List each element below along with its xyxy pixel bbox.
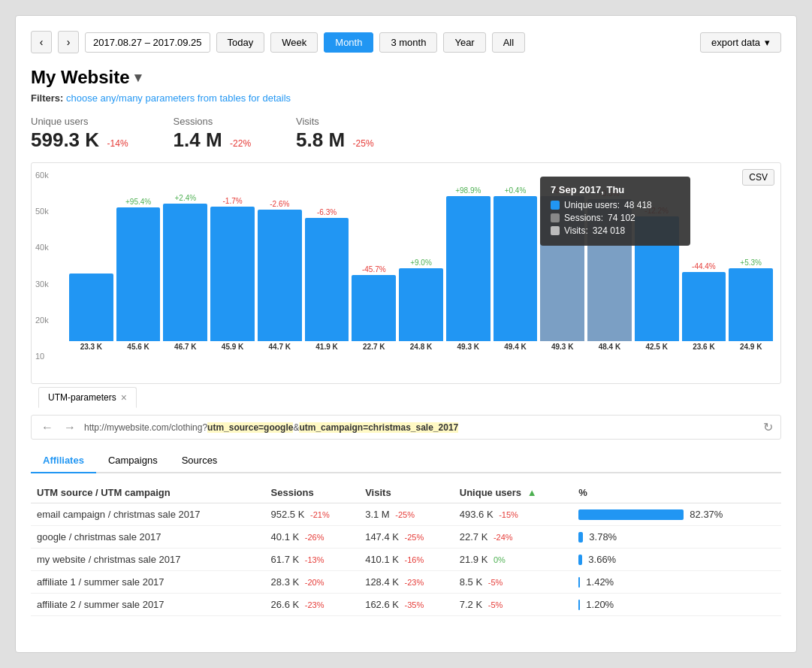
page-title-container: My Website ▾ <box>31 67 781 88</box>
cell-name-1: google / christmas sale 2017 <box>31 526 265 549</box>
stat-unique-label: Unique users <box>31 116 128 127</box>
bar-0[interactable] <box>69 274 113 341</box>
bar-change-14: +5.3% <box>740 258 762 267</box>
bar-change-6: -45.7% <box>362 265 386 274</box>
bar-label-0: 23.3 K <box>80 343 102 351</box>
cell-sessions-0: 952.5 K -21% <box>265 503 360 526</box>
url-bar: ← → http://mywebsite.com/clothing?utm_so… <box>31 415 781 440</box>
chart-area: CSV 60k 50k 40k 30k 20k 10 23.3 K+95.4%4… <box>31 162 781 384</box>
period-3month[interactable]: 3 month <box>379 32 437 53</box>
y-axis: 60k 50k 40k 30k 20k 10 <box>35 171 49 361</box>
utm-tab-label: UTM-parameters <box>48 392 116 403</box>
title-dropdown-arrow[interactable]: ▾ <box>134 69 141 86</box>
bar-7[interactable] <box>399 268 443 341</box>
bar-label-4: 44.7 K <box>269 343 291 351</box>
csv-button[interactable]: CSV <box>742 169 774 186</box>
utm-campaign-highlight: utm_campaign=christmas_sale_2017 <box>299 422 458 433</box>
cell-unique-4: 7.2 K -5% <box>454 594 573 616</box>
stats-row: Unique users 599.3 K -14% Sessions 1.4 M… <box>31 116 781 152</box>
tab-campaigns[interactable]: Campaigns <box>96 449 170 473</box>
cell-sessions-3: 28.3 K -20% <box>265 571 360 594</box>
bar-8[interactable] <box>446 196 491 341</box>
utm-close-button[interactable]: × <box>121 391 127 404</box>
url-back-button[interactable]: ← <box>39 421 56 434</box>
cell-sessions-2: 61.7 K -13% <box>265 549 360 571</box>
tooltip-visits-dot <box>551 226 560 235</box>
cell-pct-1: 3.78% <box>572 526 781 549</box>
period-all[interactable]: All <box>492 32 525 53</box>
bar-9[interactable] <box>494 196 538 341</box>
bar-label-9: 49.4 K <box>504 343 526 351</box>
bar-group-2[interactable]: +2.4%46.7 K <box>163 194 207 351</box>
date-range: 2017.08.27 – 2017.09.25 <box>85 32 210 53</box>
stat-sessions-change: -22% <box>230 138 251 149</box>
bar-label-3: 45.9 K <box>222 343 243 351</box>
bar-2[interactable] <box>163 204 207 341</box>
bar-group-3[interactable]: -1.7%45.9 K <box>210 197 255 351</box>
table-row[interactable]: my website / christmas sale 2017 61.7 K … <box>31 549 781 571</box>
bar-change-4: -2.6% <box>270 200 289 208</box>
bar-group-7[interactable]: +9.0%24.8 K <box>399 258 443 351</box>
bar-4[interactable] <box>258 210 302 341</box>
bar-label-13: 23.6 K <box>693 343 714 351</box>
bar-14[interactable] <box>729 268 773 341</box>
table-row[interactable]: google / christmas sale 2017 40.1 K -26%… <box>31 526 781 549</box>
bar-change-2: +2.4% <box>175 194 197 202</box>
bar-group-14[interactable]: +5.3%24.9 K <box>729 258 773 351</box>
next-button[interactable]: › <box>58 31 79 53</box>
bar-label-11: 48.4 K <box>599 343 620 351</box>
chart-tooltip: 7 Sep 2017, Thu Unique users: 48 418 Ses… <box>540 177 690 246</box>
bar-label-1: 45.6 K <box>127 343 149 351</box>
url-forward-button[interactable]: → <box>62 421 78 434</box>
bar-group-9[interactable]: +0.4%49.4 K <box>494 186 538 351</box>
bar-6[interactable] <box>352 275 396 341</box>
tab-affiliates[interactable]: Affiliates <box>31 449 96 473</box>
bar-group-1[interactable]: +95.4%45.6 K <box>116 198 161 351</box>
cell-visits-1: 147.4 K -25% <box>359 526 454 549</box>
period-month[interactable]: Month <box>324 32 373 53</box>
tooltip-unique-dot <box>551 201 560 210</box>
period-year[interactable]: Year <box>443 32 485 53</box>
bar-group-8[interactable]: +98.9%49.3 K <box>446 186 491 351</box>
stat-unique-change: -14% <box>107 138 128 149</box>
stat-sessions-label: Sessions <box>174 116 252 127</box>
table-row[interactable]: affiliate 1 / summer sale 2017 28.3 K -2… <box>31 571 781 594</box>
bar-13[interactable] <box>682 272 726 341</box>
table-row[interactable]: affiliate 2 / summer sale 2017 26.6 K -2… <box>31 594 781 616</box>
cell-visits-0: 3.1 M -25% <box>359 503 454 526</box>
utm-tab[interactable]: UTM-parameters × <box>38 387 137 408</box>
bar-group-13[interactable]: -44.4%23.6 K <box>682 262 726 351</box>
cell-sessions-1: 40.1 K -26% <box>265 526 360 549</box>
tooltip-visits: Visits: 324 018 <box>551 225 680 236</box>
cell-name-2: my website / christmas sale 2017 <box>31 549 265 571</box>
toolbar: ‹ › 2017.08.27 – 2017.09.25 Today Week M… <box>31 31 781 53</box>
export-button[interactable]: export data ▾ <box>700 32 781 53</box>
table-row[interactable]: email campaign / christmas sale 2017 952… <box>31 503 781 526</box>
col-unique[interactable]: Unique users ▲ <box>454 482 573 503</box>
bar-5[interactable] <box>305 218 349 341</box>
url-refresh-button[interactable]: ↻ <box>763 420 773 434</box>
period-week[interactable]: Week <box>270 32 318 53</box>
col-sessions: Sessions <box>265 482 360 503</box>
bar-3[interactable] <box>210 207 255 341</box>
bar-group-6[interactable]: -45.7%22.7 K <box>352 265 396 351</box>
filters-line: Filters: choose any/many parameters from… <box>31 92 781 104</box>
cell-pct-2: 3.66% <box>572 549 781 571</box>
tooltip-unique: Unique users: 48 418 <box>551 200 680 210</box>
filters-link[interactable]: choose any/many parameters from tables f… <box>66 92 291 104</box>
prev-button[interactable]: ‹ <box>31 31 52 53</box>
stat-visits-change: -25% <box>353 138 374 149</box>
cell-name-4: affiliate 2 / summer sale 2017 <box>31 594 265 616</box>
bar-change-1: +95.4% <box>125 198 151 206</box>
tab-sources[interactable]: Sources <box>170 449 230 473</box>
utm-source-highlight: utm_source=google <box>207 422 293 433</box>
col-pct: % <box>572 482 781 503</box>
bar-change-9: +0.4% <box>505 186 527 195</box>
stat-sessions-value: 1.4 M <box>174 128 222 151</box>
bar-group-5[interactable]: -6.3%41.9 K <box>305 208 349 351</box>
period-today[interactable]: Today <box>216 32 265 53</box>
bar-1[interactable] <box>116 207 161 341</box>
bar-group-0[interactable]: 23.3 K <box>69 263 113 351</box>
bar-group-4[interactable]: -2.6%44.7 K <box>258 200 302 351</box>
bar-label-10: 49.3 K <box>551 343 573 351</box>
